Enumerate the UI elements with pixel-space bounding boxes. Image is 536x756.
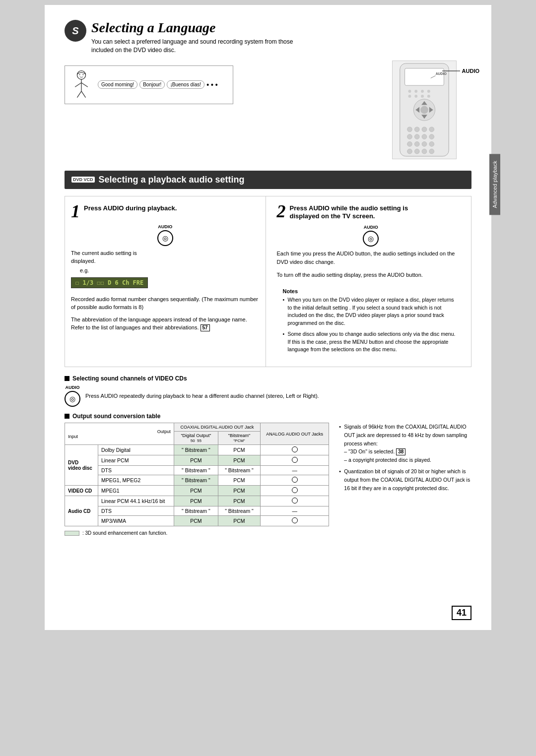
illustration-area: Good morning! Bonjour! ¡Buenos días! • •… bbox=[65, 61, 382, 104]
table-row: Linear PCM PCM PCM bbox=[65, 455, 329, 466]
table-cell-dolby-bs: " Bitstream " bbox=[174, 445, 218, 455]
page-title-section: S Selecting a Language You can select a … bbox=[65, 20, 471, 55]
svg-point-35 bbox=[429, 141, 434, 146]
svg-point-16 bbox=[421, 95, 424, 98]
svg-point-27 bbox=[429, 127, 434, 132]
table-cell-mpeg12-pcm: PCM bbox=[218, 475, 260, 486]
svg-point-31 bbox=[429, 134, 434, 139]
svg-point-39 bbox=[429, 149, 434, 154]
table-cell-dts-analog: — bbox=[261, 466, 329, 475]
table-group-audiocd: Audio CD bbox=[65, 496, 98, 526]
svg-point-34 bbox=[422, 141, 427, 146]
step-1-body3: Recorded audio format number changes seq… bbox=[71, 295, 260, 312]
table-cell-lpcm: Linear PCM bbox=[98, 455, 174, 466]
table-input-output-header: Output Input bbox=[65, 423, 174, 445]
speech-bubbles: Good morning! Bonjour! ¡Buenos días! • •… bbox=[65, 65, 233, 104]
table-row: DVDvideo disc Dolby Digital " Bitstream … bbox=[65, 445, 329, 455]
svg-point-32 bbox=[407, 141, 412, 146]
svg-point-29 bbox=[414, 134, 419, 139]
table-cell-mp3wma-bs: PCM bbox=[174, 516, 218, 526]
svg-point-37 bbox=[414, 149, 419, 154]
table-group-dvd: DVDvideo disc bbox=[65, 445, 98, 486]
step-1-audio-button: AUDIO ◎ bbox=[71, 224, 260, 246]
steps-container: 1 Press AUDIO during playback. AUDIO ◎ T… bbox=[65, 196, 471, 368]
page-number: 41 bbox=[452, 606, 471, 620]
table-cell-lpcm-bs: PCM bbox=[174, 455, 218, 466]
table-cell-mp3wma-analog bbox=[261, 516, 329, 526]
table-cell-dts2-pcm: " Bitstream " bbox=[218, 506, 260, 516]
table-cell-mpeg1: MPEG1 bbox=[98, 486, 174, 496]
table-digital-output-header: "Digital Output"50 55 bbox=[174, 432, 218, 445]
svg-point-14 bbox=[408, 95, 411, 98]
svg-point-33 bbox=[414, 141, 419, 146]
step-1-title: Press AUDIO during playback. bbox=[84, 204, 177, 213]
table-cell-dolby-analog bbox=[261, 445, 329, 455]
audio-remote-label: AUDIO bbox=[442, 67, 479, 74]
step-1-header: 1 Press AUDIO during playback. bbox=[71, 202, 260, 220]
table-cell-dts-bs: " Bitstream " bbox=[174, 466, 218, 475]
table-cell-dts: DTS bbox=[98, 466, 174, 475]
table-cell-mp3wma-pcm: PCM bbox=[218, 516, 260, 526]
remote-svg: AUDIO bbox=[392, 61, 457, 159]
svg-point-38 bbox=[422, 149, 427, 154]
bottom-note-1: Signals of 96kHz from the COAXIAL DIGITA… bbox=[339, 423, 471, 464]
table-cell-dolby: Dolby Digital bbox=[98, 445, 174, 455]
sound-channels-btn-circle: ◎ bbox=[65, 391, 80, 407]
step-1-body: The current audio setting is displayed. bbox=[71, 249, 260, 265]
output-table-title: Output sound conversion table bbox=[65, 413, 471, 420]
svg-point-25 bbox=[414, 127, 419, 132]
note-item-1: When you turn on the DVD video player or… bbox=[283, 296, 460, 327]
legend-box bbox=[65, 531, 79, 536]
sound-channels-section: Selecting sound channels of VIDEO CDs AU… bbox=[65, 375, 471, 407]
svg-line-4 bbox=[77, 91, 81, 97]
bottom-notes-area: Signals of 96kHz from the COAXIAL DIGITA… bbox=[339, 423, 471, 536]
table-coaxial-header: COAXIAL DIGITAL AUDIO OUT Jack bbox=[174, 423, 260, 432]
step-1-audio-label: AUDIO bbox=[158, 224, 172, 229]
section-icon: DVD VCD bbox=[71, 177, 95, 183]
svg-point-7 bbox=[82, 74, 83, 75]
section-tab: Advanced playback bbox=[489, 154, 500, 215]
table-cell-dts2: DTS bbox=[98, 506, 174, 516]
svg-point-19 bbox=[420, 106, 428, 114]
svg-rect-9 bbox=[405, 68, 444, 85]
ellipsis-dots: • • • bbox=[206, 81, 217, 89]
bubble-text-bonjour: Bonjour! bbox=[139, 80, 165, 89]
table-pcm-col-header: "Bitstream""PCM" bbox=[218, 432, 260, 445]
page-title: Selecting a Language bbox=[91, 20, 293, 36]
table-cell-lpcm441-pcm: PCM bbox=[218, 496, 260, 506]
step-1-page-ref: 57 bbox=[201, 324, 210, 331]
step-2-audio-button: AUDIO ◎ bbox=[277, 225, 466, 247]
table-cell-mpeg1-pcm: PCM bbox=[218, 486, 260, 496]
table-group-vcd: VIDEO CD bbox=[65, 486, 98, 496]
svg-point-30 bbox=[422, 134, 427, 139]
bubble-text-buenos: ¡Buenos días! bbox=[167, 80, 204, 89]
step-1-display: ☐ 1/3 ☐☐ D 6 Ch FRE bbox=[71, 277, 148, 288]
step-1-body4: The abbreviation of the language appears… bbox=[71, 315, 260, 332]
sound-channels-audio-btn: AUDIO ◎ bbox=[65, 385, 80, 407]
table-cell-mpeg1-analog bbox=[261, 486, 329, 496]
legend-text: : 3D sound enhancement can function. bbox=[82, 530, 167, 536]
table-row: Audio CD Linear PCM 44.1 kHz/16 bit PCM … bbox=[65, 496, 329, 506]
bottom-notes-list: Signals of 96kHz from the COAXIAL DIGITA… bbox=[339, 423, 471, 492]
sound-channels-audio-label: AUDIO bbox=[66, 385, 80, 390]
table-cell-dts2-bs: " Bitstream " bbox=[174, 506, 218, 516]
page-subtitle: You can select a preferred language and … bbox=[91, 38, 293, 55]
svg-point-17 bbox=[427, 95, 430, 98]
notes-list: When you turn on the DVD video player or… bbox=[283, 296, 460, 354]
sound-channels-title: Selecting sound channels of VIDEO CDs bbox=[65, 375, 471, 382]
step-1: 1 Press AUDIO during playback. AUDIO ◎ T… bbox=[65, 196, 266, 367]
bubble-text-gm: Good morning! bbox=[98, 80, 137, 89]
sound-channels-text: Press AUDIO repeatedly during playback t… bbox=[85, 392, 319, 400]
table-cell-lpcm441-analog bbox=[261, 496, 329, 506]
svg-point-10 bbox=[408, 90, 411, 93]
remote-area: AUDIO AUDIO bbox=[392, 61, 471, 161]
table-legend: : 3D sound enhancement can function. bbox=[65, 530, 329, 536]
notes-title: Notes bbox=[283, 288, 460, 294]
title-icon: S bbox=[65, 20, 86, 42]
svg-line-3 bbox=[81, 82, 88, 87]
bubble-good-morning: Good morning! bbox=[98, 80, 139, 89]
svg-point-6 bbox=[79, 74, 80, 75]
section-title: Selecting a playback audio setting bbox=[99, 175, 245, 185]
table-cell-lpcm441-bs: PCM bbox=[174, 496, 218, 506]
table-cell-mpeg1-bs: PCM bbox=[174, 486, 218, 496]
